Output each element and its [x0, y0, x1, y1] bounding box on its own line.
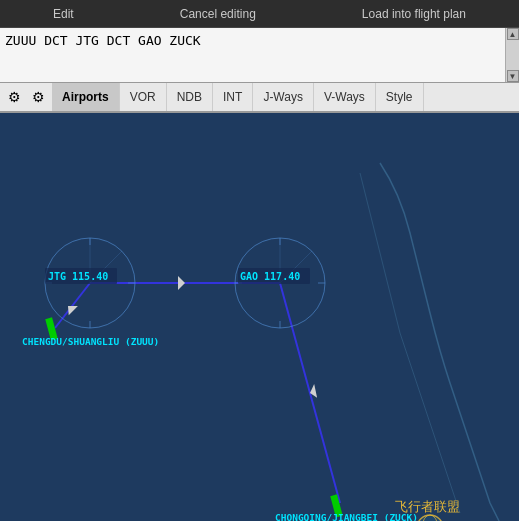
route-input-area: ▲ ▼ [0, 28, 519, 83]
tab-airports[interactable]: Airports [52, 83, 120, 111]
map-area[interactable]: JTG 115.40 GAO 117.40 CHENGDU/SHUANGLIU … [0, 113, 519, 521]
svg-point-29 [417, 515, 443, 521]
edit-button[interactable]: Edit [43, 5, 84, 23]
tab-vways[interactable]: V-Ways [314, 83, 376, 111]
svg-text:JTG 115.40: JTG 115.40 [48, 271, 108, 282]
svg-marker-4 [178, 276, 185, 290]
load-flight-plan-button[interactable]: Load into flight plan [352, 5, 476, 23]
svg-line-0 [55, 283, 90, 328]
tab-int[interactable]: INT [213, 83, 253, 111]
tab-jways[interactable]: J-Ways [253, 83, 314, 111]
tab-vor[interactable]: VOR [120, 83, 167, 111]
scroll-down-arrow[interactable]: ▼ [507, 70, 519, 82]
settings-icon-1[interactable]: ⚙ [4, 87, 24, 107]
svg-text:飞行者联盟: 飞行者联盟 [395, 499, 460, 514]
scroll-up-arrow[interactable]: ▲ [507, 28, 519, 40]
settings-icon-2[interactable]: ⚙ [28, 87, 48, 107]
cancel-editing-button[interactable]: Cancel editing [170, 5, 266, 23]
toolbar: Edit Cancel editing Load into flight pla… [0, 0, 519, 28]
map-svg: JTG 115.40 GAO 117.40 CHENGDU/SHUANGLIU … [0, 113, 519, 521]
route-text-input[interactable] [0, 28, 519, 82]
tab-style[interactable]: Style [376, 83, 424, 111]
svg-text:CHENGDU/SHUANGLIU (ZUUU): CHENGDU/SHUANGLIU (ZUUU) [22, 336, 159, 347]
scrollbar[interactable]: ▲ ▼ [505, 28, 519, 82]
tab-ndb[interactable]: NDB [167, 83, 213, 111]
svg-text:GAO 117.40: GAO 117.40 [240, 271, 300, 282]
nav-bar: ⚙ ⚙ Airports VOR NDB INT J-Ways V-Ways S… [0, 83, 519, 113]
